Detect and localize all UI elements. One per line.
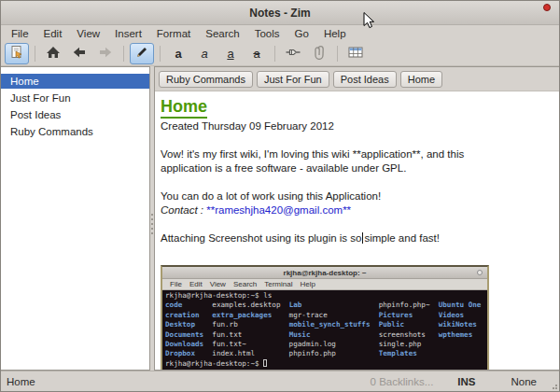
terminal-line: code examples.desktop Lab phpinfo.php~ U… [165, 301, 484, 310]
email-link[interactable]: **rameshjha420@gmail.com** [206, 204, 351, 216]
link-connector-icon [286, 45, 301, 63]
insert-link-button[interactable] [281, 43, 305, 64]
toolbar-separator [123, 46, 124, 62]
forward-arrow-icon [98, 45, 113, 63]
index-item-post-ideas[interactable]: Post Ideas [1, 107, 149, 122]
pathbar: Ruby CommandsJust For FunPost IdeasHome [155, 67, 559, 91]
page-editor[interactable]: Home Created Thursday 09 February 2012 V… [155, 91, 559, 370]
mouse-cursor [363, 12, 374, 29]
index-item-home[interactable]: Home [1, 74, 149, 89]
terminal-menu-edit: Edit [186, 277, 206, 291]
terminal-screenshot-image: rkjha@rkjha-desktop: ~ FileEditViewSearc… [161, 265, 489, 370]
menu-insert[interactable]: Insert [107, 26, 149, 41]
table-icon [348, 45, 363, 63]
terminal-menu-file: File [166, 277, 186, 291]
underline-button[interactable]: a [218, 43, 243, 64]
back-arrow-icon [72, 45, 87, 63]
terminal-menu-view: View [206, 277, 230, 291]
window-title: Notes - Zim [249, 7, 310, 20]
resize-grip[interactable] [549, 381, 558, 390]
index-item-just-for-fun[interactable]: Just For Fun [1, 91, 149, 105]
toggle-index-button[interactable] [5, 43, 29, 64]
paragraph-line: You can do a lot of work using this Appl… [161, 189, 552, 203]
menu-go[interactable]: Go [287, 26, 316, 41]
page-title: Home [161, 97, 207, 119]
terminal-line: Dropbox index.html phpinfo.php Templates [165, 349, 484, 358]
back-button[interactable] [67, 43, 91, 64]
bold-button[interactable]: a [166, 43, 190, 64]
paragraph-line: application is a free software - availab… [161, 161, 552, 175]
right-pane: Ruby CommandsJust For FunPost IdeasHome … [154, 66, 559, 371]
italic-button[interactable]: a [192, 43, 217, 64]
pathbar-ruby-commands[interactable]: Ruby Commands [159, 71, 253, 88]
terminal-menu-search: Search [230, 277, 260, 291]
created-line: Created Thursday 09 February 2012 [161, 119, 552, 133]
strikethrough-icon: a [253, 48, 259, 60]
contact-label: Contact : [161, 204, 206, 216]
pane-splitter[interactable] [150, 66, 154, 371]
menu-search[interactable]: Search [198, 26, 246, 41]
terminal-line: rkjha@rkjha-desktop:~$ ls [165, 291, 484, 301]
splitter-grip-icon [151, 214, 153, 236]
pathbar-home[interactable]: Home [400, 71, 442, 88]
home-button[interactable] [41, 43, 65, 64]
terminal-title: rkjha@rkjha-desktop: ~ [284, 266, 367, 280]
menu-help[interactable]: Help [316, 26, 354, 41]
insert-table-button[interactable] [343, 43, 368, 64]
attach-file-button[interactable] [307, 43, 331, 64]
record-indicator-icon [543, 4, 551, 11]
menu-format[interactable]: Format [149, 26, 198, 41]
terminal-body: rkjha@rkjha-desktop:~$ lscode examples.d… [162, 290, 487, 370]
paragraph-line: Attaching Screenshot using its plugin is… [161, 231, 552, 245]
index-item-ruby-commands[interactable]: Ruby Commands [1, 124, 149, 139]
terminal-line: Documents fun.txt Music screenshots wpth… [165, 330, 484, 340]
menubar: FileEditViewInsertFormatSearchToolsGoHel… [1, 25, 559, 42]
edit-page-button[interactable] [130, 43, 154, 64]
underline-icon: a [227, 48, 233, 60]
toolbar-separator [337, 46, 338, 62]
statusbar-page-path: Home [7, 376, 359, 387]
terminal-menubar: FileEditViewSearchTerminalHelp [162, 279, 487, 290]
bold-icon: a [175, 48, 181, 60]
italic-icon: a [201, 48, 207, 60]
titlebar[interactable]: Notes - Zim [1, 1, 559, 25]
toolbar: a a a a [1, 42, 559, 66]
backlinks-button[interactable]: 0 Backlinks... [359, 376, 445, 387]
pencil-icon [134, 45, 149, 63]
menu-file[interactable]: File [4, 26, 36, 41]
main-area: HomeJust For FunPost IdeasRuby Commands … [1, 66, 559, 371]
terminal-line: creation extra_packages mgr-trace Pictur… [165, 311, 484, 320]
menu-edit[interactable]: Edit [36, 26, 70, 41]
paragraph-line: Vow! it's my first wiki, I'm loving this… [161, 147, 552, 161]
pathbar-post-ideas[interactable]: Post Ideas [333, 71, 397, 88]
style-selector[interactable]: None [489, 376, 554, 387]
insert-mode-indicator: INS [444, 376, 488, 387]
toolbar-separator [274, 46, 275, 62]
toolbar-separator [160, 46, 161, 62]
terminal-cursor [263, 359, 267, 367]
caret-line-before: Attaching Screenshot using its plugin is… [161, 232, 361, 244]
terminal-titlebar: rkjha@rkjha-desktop: ~ [162, 267, 487, 279]
menu-view[interactable]: View [69, 26, 107, 41]
terminal-line: Downloads fun.txt~ pgadmin.log single.ph… [165, 340, 484, 349]
contact-line: Contact : **rameshjha420@gmail.com** [161, 203, 552, 217]
paperclip-icon [312, 45, 327, 63]
index-page-icon [9, 45, 24, 63]
page-index: HomeJust For FunPost IdeasRuby Commands [1, 66, 150, 371]
statusbar: Home 0 Backlinks... INS None [1, 371, 559, 391]
toolbar-separator [35, 46, 35, 62]
forward-button[interactable] [93, 43, 118, 64]
pathbar-just-for-fun[interactable]: Just For Fun [257, 71, 329, 88]
home-icon [46, 45, 61, 63]
terminal-line: Desktop fun.rb mobile_synch_stuffs Publi… [165, 320, 484, 329]
terminal-line: rkjha@rkjha-desktop:~$ [165, 359, 484, 369]
menu-tools[interactable]: Tools [247, 26, 287, 41]
caret-line-after: simple and fast! [364, 232, 440, 244]
zim-window: Notes - Zim FileEditViewInsertFormatSear… [0, 0, 560, 392]
terminal-close-icon [477, 270, 483, 275]
strikethrough-button[interactable]: a [245, 43, 269, 64]
